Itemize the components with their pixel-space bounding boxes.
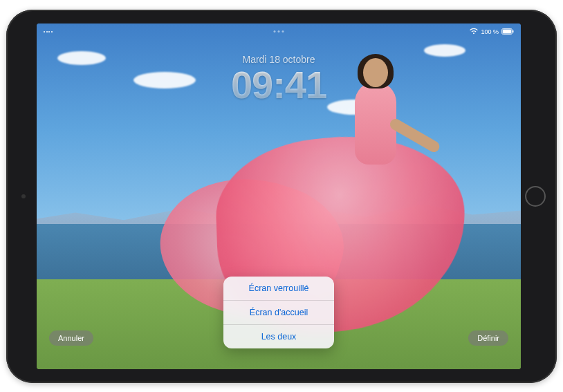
ipad-device-frame: 100 % Mardi 18 octobre 09:41 Écran verro… bbox=[6, 10, 557, 383]
svg-rect-1 bbox=[503, 30, 512, 34]
cellular-signal-icon bbox=[44, 31, 53, 32]
set-wallpaper-menu: Écran verrouillé Écran d'accueil Les deu… bbox=[223, 277, 334, 348]
svg-rect-2 bbox=[513, 30, 513, 32]
menu-item-both[interactable]: Les deux bbox=[223, 325, 334, 348]
wifi-icon bbox=[470, 28, 478, 35]
lock-screen-datetime: Mardi 18 octobre 09:41 bbox=[37, 54, 521, 107]
set-button[interactable]: Définir bbox=[468, 330, 508, 346]
lock-screen-time: 09:41 bbox=[37, 62, 521, 107]
front-camera bbox=[21, 194, 26, 198]
cancel-button[interactable]: Annuler bbox=[49, 330, 93, 346]
battery-percentage: 100 % bbox=[481, 28, 499, 35]
battery-icon bbox=[501, 28, 514, 35]
home-button[interactable] bbox=[525, 186, 546, 207]
menu-item-lock-screen[interactable]: Écran verrouillé bbox=[223, 277, 334, 301]
status-bar: 100 % bbox=[37, 26, 521, 37]
multitask-dots-icon bbox=[274, 30, 284, 32]
lock-screen: 100 % Mardi 18 octobre 09:41 Écran verro… bbox=[37, 24, 521, 369]
menu-item-home-screen[interactable]: Écran d'accueil bbox=[223, 301, 334, 325]
